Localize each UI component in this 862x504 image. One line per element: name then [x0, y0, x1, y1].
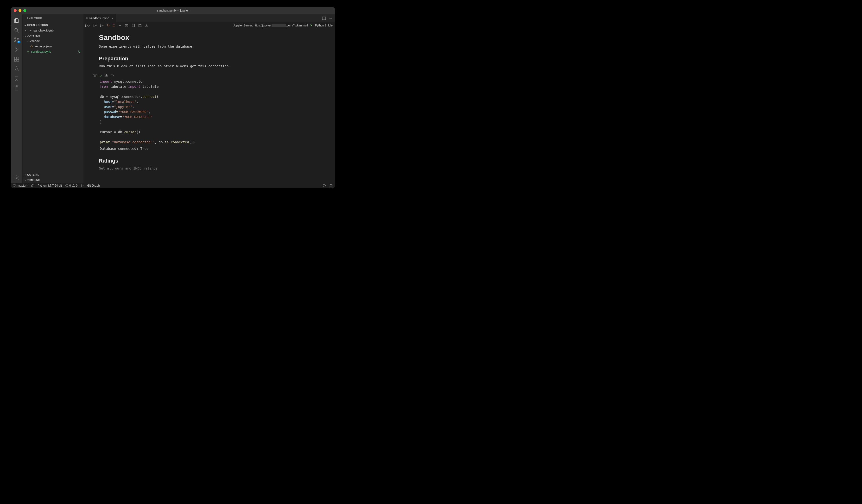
activity-bar: 7: [11, 14, 22, 183]
variables-icon[interactable]: [132, 24, 135, 27]
close-window-button[interactable]: [14, 9, 17, 12]
open-editor-item[interactable]: × ≡ sandbox.ipynb: [22, 28, 83, 33]
save-icon[interactable]: [138, 24, 142, 27]
kernel-status[interactable]: Python 3: Idle: [315, 24, 332, 27]
notebook-h1: Sandbox: [99, 34, 325, 42]
svg-rect-8: [17, 57, 19, 59]
settings-activity[interactable]: [11, 173, 22, 183]
folder-vscode[interactable]: ⌄ .vscode: [22, 38, 83, 43]
beaker-icon: [14, 66, 19, 72]
feedback-icon: [323, 184, 326, 187]
extensions-icon: [14, 56, 19, 62]
titlebar: sandbox.ipynb — jupyter: [11, 7, 335, 14]
open-editors-section[interactable]: ⌄ OPEN EDITORS: [22, 22, 83, 28]
svg-rect-7: [17, 59, 19, 61]
play-icon: [81, 184, 84, 187]
jupyter-server-status[interactable]: Jupyter Server: https://jupyter.xxxxxxxx…: [233, 24, 312, 27]
notebook-file-icon: ≡: [26, 50, 30, 53]
add-cell-icon[interactable]: ＋: [118, 23, 121, 28]
warning-icon: [72, 184, 75, 187]
zoom-window-button[interactable]: [23, 9, 26, 12]
code-cell[interactable]: [5] ▷ M↓ import mysql.connector from tab…: [87, 73, 325, 150]
minimize-window-button[interactable]: [18, 9, 22, 12]
notebook-toolbar: ▷▷ ▷↑ ▷↓ ↻ □ ＋: [83, 22, 335, 29]
code-editor[interactable]: import mysql.connector from tabulate imp…: [100, 78, 325, 146]
chevron-right-icon: ›: [23, 178, 27, 182]
svg-point-4: [17, 38, 19, 39]
notebook-h2-preparation: Preparation: [99, 55, 325, 62]
file-sandbox-ipynb[interactable]: ≡ sandbox.ipynb U: [22, 49, 83, 54]
notebook-file-icon: ≡: [86, 16, 88, 20]
branch-icon: [13, 184, 17, 187]
notebook-body[interactable]: Sandbox Some experiments with values fro…: [83, 29, 335, 183]
markdown-cell-intro[interactable]: Sandbox Some experiments with values fro…: [99, 34, 325, 68]
close-tab-icon[interactable]: ×: [112, 16, 114, 20]
file-settings-json[interactable]: {} settings.json: [22, 43, 83, 49]
test-activity[interactable]: [11, 64, 22, 74]
files-icon: [14, 18, 19, 24]
git-graph-status[interactable]: Git Graph: [87, 184, 100, 187]
window-title: sandbox.ipynb — jupyter: [11, 9, 335, 12]
file-name: settings.json: [35, 44, 52, 48]
timeline-section[interactable]: › TIMELINE: [22, 177, 83, 183]
svg-rect-20: [139, 24, 141, 25]
more-actions-icon[interactable]: ⋯: [329, 17, 332, 20]
chevron-right-icon: ›: [23, 173, 27, 176]
clipboard-activity[interactable]: [11, 83, 22, 93]
extensions-activity[interactable]: [11, 54, 22, 64]
svg-point-2: [15, 38, 16, 39]
outline-section[interactable]: › OUTLINE: [22, 172, 83, 177]
chevron-down-icon: ⌄: [26, 39, 29, 43]
traffic-lights: [14, 9, 26, 12]
vscode-window: sandbox.ipynb — jupyter 7: [11, 7, 335, 188]
tab-label: sandbox.ipynb: [89, 16, 109, 20]
notifications-status[interactable]: [329, 184, 332, 187]
close-editor-icon[interactable]: ×: [24, 29, 28, 32]
explorer-activity[interactable]: [11, 16, 22, 26]
run-by-line-icon[interactable]: [110, 74, 114, 77]
cell-to-markdown-icon[interactable]: M↓: [104, 74, 108, 77]
source-control-activity[interactable]: 7: [11, 35, 22, 45]
sidebar-title: EXPLORER: [22, 14, 83, 22]
run-all-icon[interactable]: ▷▷: [86, 24, 90, 27]
problems-status[interactable]: 0 0: [65, 184, 77, 187]
json-file-icon: {}: [29, 44, 34, 48]
bookmarks-activity[interactable]: [11, 74, 22, 83]
chevron-down-icon: ⌄: [23, 23, 27, 27]
notebook-file-icon: ≡: [29, 29, 32, 32]
explorer-sidebar: EXPLORER ⌄ OPEN EDITORS × ≡ sandbox.ipyn…: [22, 14, 83, 183]
error-icon: [65, 184, 68, 187]
run-above-icon[interactable]: ▷↑: [94, 24, 97, 27]
tab-sandbox-ipynb[interactable]: ≡ sandbox.ipynb ×: [83, 14, 116, 22]
clear-output-icon[interactable]: [125, 24, 128, 27]
run-below-icon[interactable]: ▷↓: [100, 24, 104, 27]
ratings-description: Get all ours and IMDb ratings: [99, 167, 325, 170]
markdown-cell-ratings[interactable]: Ratings Get all ours and IMDb ratings: [99, 158, 325, 170]
feedback-status[interactable]: [323, 184, 326, 187]
sync-status[interactable]: [31, 184, 34, 187]
search-activity[interactable]: [11, 26, 22, 35]
workspace-section[interactable]: ⌄ JUPYTER: [22, 33, 83, 38]
cell-actions: ▷ M↓: [100, 74, 114, 77]
bell-icon: [329, 184, 332, 187]
split-editor-icon[interactable]: [322, 16, 326, 20]
restart-kernel-icon[interactable]: ↻: [107, 24, 110, 27]
run-status[interactable]: [81, 184, 84, 187]
python-interpreter-status[interactable]: Python 3.7.7 64-bit: [38, 184, 62, 187]
outline-label: OUTLINE: [27, 173, 39, 176]
svg-rect-6: [14, 59, 16, 61]
run-debug-activity[interactable]: [11, 45, 22, 54]
svg-rect-17: [132, 24, 135, 27]
export-icon[interactable]: [145, 24, 148, 27]
run-cell-icon[interactable]: ▷: [100, 74, 102, 77]
open-editors-label: OPEN EDITORS: [27, 24, 48, 26]
open-editor-filename: sandbox.ipynb: [34, 29, 54, 32]
svg-point-3: [15, 41, 16, 42]
prep-description: Run this block at first load so other bl…: [99, 64, 325, 68]
tab-bar: ≡ sandbox.ipynb × ⋯: [83, 14, 335, 22]
git-branch-status[interactable]: master*: [13, 184, 27, 187]
interrupt-kernel-icon[interactable]: □: [113, 24, 115, 27]
svg-point-30: [323, 184, 326, 187]
gear-icon: [14, 175, 19, 181]
sync-icon: [31, 184, 34, 187]
